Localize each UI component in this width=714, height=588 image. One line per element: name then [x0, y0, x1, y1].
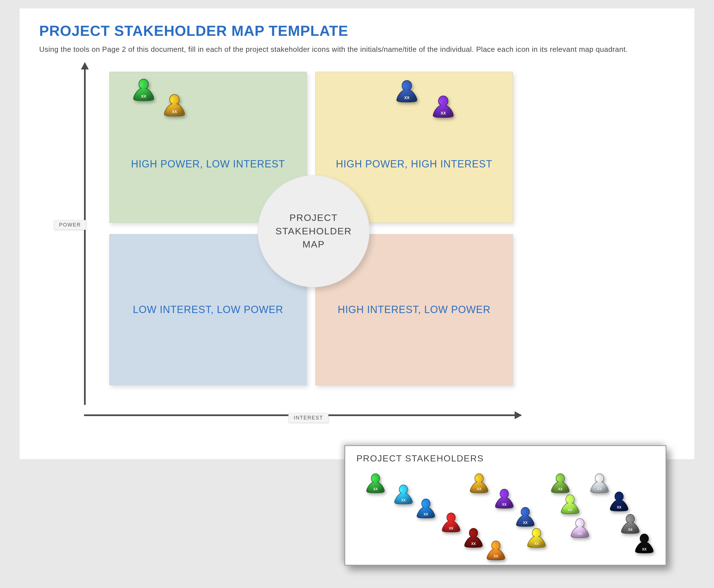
quadrant-label: HIGH POWER, HIGH INTEREST: [327, 158, 501, 170]
pawn-label: XX: [493, 503, 515, 506]
x-axis-label: INTEREST: [288, 413, 329, 423]
quadrant-label: HIGH POWER, LOW INTEREST: [123, 158, 293, 170]
pawn-label: XX: [162, 109, 187, 114]
stakeholder-pawn-icon[interactable]: XX: [365, 472, 386, 495]
stakeholder-pawn-icon[interactable]: XX: [608, 490, 630, 513]
pawn-label: XX: [415, 512, 437, 516]
stakeholder-pawn-icon[interactable]: XX: [634, 532, 655, 555]
stakeholder-pawn-icon[interactable]: XX: [415, 497, 437, 520]
stakeholder-pawn-icon[interactable]: XX: [395, 79, 419, 104]
pawn-label: XX: [634, 547, 655, 551]
palette-title: PROJECT STAKEHOLDERS: [356, 453, 654, 464]
stakeholder-pawn-icon[interactable]: XX: [569, 517, 590, 539]
stakeholder-palette-panel[interactable]: PROJECT STAKEHOLDERS XXXXXXXXXXXXXXXXXXX…: [344, 445, 666, 566]
pawn-label: XX: [395, 96, 419, 100]
pawn-label: XX: [468, 487, 490, 491]
stakeholder-pawn-icon[interactable]: XX: [560, 493, 581, 516]
quadrant-label: LOW INTEREST, LOW POWER: [124, 304, 292, 316]
stakeholder-pawn-icon[interactable]: XX: [440, 511, 462, 534]
stakeholder-pawn-icon[interactable]: XX: [463, 527, 484, 549]
page-title: PROJECT STAKEHOLDER MAP TEMPLATE: [39, 22, 675, 39]
stakeholder-pawn-icon[interactable]: XX: [393, 483, 414, 506]
pawn-label: XX: [440, 526, 462, 530]
pawn-label: XX: [550, 487, 571, 491]
pawn-label: XX: [365, 487, 386, 491]
y-axis-label: POWER: [54, 220, 86, 230]
pawn-label: XX: [431, 111, 455, 115]
stakeholder-pawn-icon[interactable]: XX: [431, 94, 455, 119]
stakeholder-pawn-icon[interactable]: XX: [162, 93, 187, 118]
stakeholder-pawn-icon[interactable]: XX: [526, 527, 547, 549]
pawn-label: XX: [608, 505, 630, 509]
stakeholder-map-diagram: POWER INTEREST HIGH POWER, LOW INTEREST …: [76, 63, 692, 439]
pawn-label: XX: [514, 521, 536, 525]
center-circle-label: PROJECT STAKEHOLDER MAP: [258, 175, 370, 287]
stakeholder-pawn-icon[interactable]: XX: [514, 506, 536, 528]
stakeholder-pawn-icon[interactable]: XX: [468, 472, 490, 495]
stakeholder-pawn-icon[interactable]: XX: [493, 487, 515, 510]
page-subtitle: Using the tools on Page 2 of this docume…: [39, 44, 669, 55]
pawn-label: XX: [132, 94, 156, 99]
pawn-label: XX: [589, 487, 610, 491]
quadrant-label: HIGH INTEREST, LOW POWER: [329, 304, 499, 316]
stakeholder-pawn-icon[interactable]: XX: [589, 472, 610, 495]
stakeholder-pawn-icon[interactable]: XX: [132, 77, 156, 103]
pawn-label: XX: [485, 554, 506, 558]
pawn-label: XX: [526, 542, 547, 546]
pawn-label: XX: [463, 542, 484, 546]
pawn-label: XX: [560, 508, 581, 512]
stakeholder-pawn-icon[interactable]: XX: [550, 472, 571, 495]
document-page: PROJECT STAKEHOLDER MAP TEMPLATE Using t…: [20, 8, 694, 459]
stakeholder-pawn-icon[interactable]: XX: [620, 513, 641, 535]
pawn-label: XX: [620, 528, 641, 532]
palette-area[interactable]: XXXXXXXXXXXXXXXXXXXXXXXXXXXXXXXXXX: [356, 466, 654, 562]
y-axis: [84, 63, 86, 405]
stakeholder-pawn-icon[interactable]: XX: [485, 539, 506, 562]
pawn-label: XX: [569, 532, 590, 536]
pawn-label: XX: [393, 498, 414, 502]
